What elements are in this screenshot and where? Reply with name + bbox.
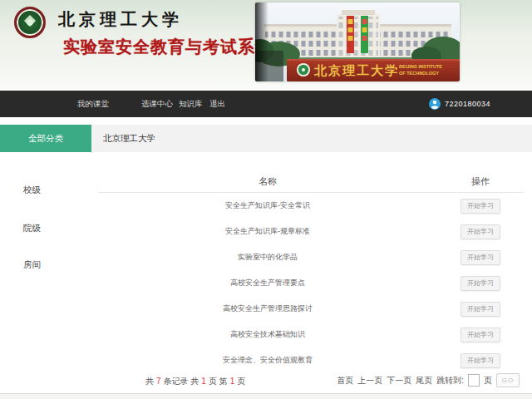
jump-label: 跳转到: xyxy=(436,375,464,387)
summary-text: 页 xyxy=(237,377,245,386)
summary-text: 共 xyxy=(145,377,154,386)
course-name: 高校安全技术基础知识 xyxy=(98,329,437,340)
university-name: 北京理工大学 xyxy=(58,8,183,31)
first-page-link[interactable]: 首页 xyxy=(337,375,353,387)
tab-university[interactable]: 北京理工大学 xyxy=(103,125,155,152)
table-row: 安全生产知识库-安全常识 开始学习 xyxy=(98,193,524,219)
current-page: 1 xyxy=(230,377,235,386)
go-button[interactable]: GO xyxy=(496,373,520,387)
total-records: 7 xyxy=(156,377,161,386)
course-table: 名称 操作 安全生产知识库-安全常识 开始学习 安全生产知识库-规章标准 开始学… xyxy=(98,170,524,373)
campus-photo-graphic: 北京理工大学 BEIJING INSTITUTE OF TECHNOLOGY xyxy=(255,2,460,81)
nav-course-center[interactable]: 选课中心 xyxy=(141,91,173,117)
table-row: 实验室中的化学品 开始学习 xyxy=(98,244,524,270)
bottom-strip xyxy=(0,393,532,399)
user-info[interactable]: 7220180034 xyxy=(429,91,490,117)
summary-text: 条记录 共 xyxy=(164,377,200,386)
total-pages: 1 xyxy=(201,377,206,386)
campus-photo: 北京理工大学 BEIJING INSTITUTE OF TECHNOLOGY xyxy=(255,2,460,81)
pagination-summary: 共7条记录 共1页 第1页 xyxy=(145,376,245,387)
jump-page-input[interactable] xyxy=(468,374,480,387)
sign-text-en1: BEIJING INSTITUTE xyxy=(399,64,442,69)
nav-logout[interactable]: 退出 xyxy=(209,91,225,117)
column-header-name: 名称 xyxy=(98,175,437,188)
start-learning-button[interactable]: 开始学习 xyxy=(461,276,500,291)
sign-text-en2: OF TECHNOLOGY xyxy=(399,71,439,76)
start-learning-button[interactable]: 开始学习 xyxy=(461,353,500,368)
start-learning-button[interactable]: 开始学习 xyxy=(461,328,500,342)
table-row: 高校安全生产管理要点 开始学习 xyxy=(98,270,524,296)
prev-page-link[interactable]: 上一页 xyxy=(357,375,382,387)
column-header-action: 操作 xyxy=(437,175,524,188)
table-row: 高校安全技术基础知识 开始学习 xyxy=(98,322,524,347)
table-row: 安全生产知识库-规章标准 开始学习 xyxy=(98,219,524,244)
course-name: 安全生产知识库-规章标准 xyxy=(98,226,437,237)
page-unit-label: 页 xyxy=(484,375,492,387)
navbar: 我的课堂 选课中心 知识库 退出 7220180034 xyxy=(0,91,532,117)
course-name: 高校安全生产管理要点 xyxy=(98,278,437,288)
start-learning-button[interactable]: 开始学习 xyxy=(461,224,500,239)
course-name: 高校安全生产管理思路探讨 xyxy=(98,303,437,314)
page: 北京理工大学 实验室安全教育与考试系统 xyxy=(0,0,532,399)
sign-text-cn: 北京理工大学 xyxy=(313,63,399,77)
sidebar-item-school-level[interactable]: 校级 xyxy=(23,185,41,196)
nav-knowledge-base[interactable]: 知识库 xyxy=(179,91,203,117)
sidebar-item-college-level[interactable]: 院级 xyxy=(23,223,41,234)
course-name: 安全理念、安全价值观教育 xyxy=(98,355,437,366)
summary-text: 页 第 xyxy=(209,377,228,386)
last-page-link[interactable]: 尾页 xyxy=(416,375,432,387)
user-id: 7220180034 xyxy=(445,100,490,108)
sidebar-item-room[interactable]: 房间 xyxy=(23,259,41,271)
table-row: 安全理念、安全价值观教育 开始学习 xyxy=(98,347,524,373)
table-row: 高校安全生产管理思路探讨 开始学习 xyxy=(98,296,524,322)
tab-bar: 全部分类 北京理工大学 xyxy=(0,125,532,152)
course-name: 实验室中的化学品 xyxy=(98,252,437,263)
course-name: 安全生产知识库-安全常识 xyxy=(98,200,437,211)
user-icon xyxy=(429,98,441,110)
nav-my-classes[interactable]: 我的课堂 xyxy=(77,91,109,117)
start-learning-button[interactable]: 开始学习 xyxy=(461,302,500,317)
start-learning-button[interactable]: 开始学习 xyxy=(461,199,500,214)
next-page-link[interactable]: 下一页 xyxy=(387,375,411,387)
header: 北京理工大学 实验室安全教育与考试系统 xyxy=(0,0,532,91)
system-title: 实验室安全教育与考试系统 xyxy=(63,36,273,58)
tab-all-categories[interactable]: 全部分类 xyxy=(0,125,91,152)
pager: 首页 上一页 下一页 尾页 跳转到: 页 GO xyxy=(337,373,520,387)
start-learning-button[interactable]: 开始学习 xyxy=(461,250,500,265)
bit-logo-icon xyxy=(14,7,46,38)
table-header: 名称 操作 xyxy=(98,170,524,193)
